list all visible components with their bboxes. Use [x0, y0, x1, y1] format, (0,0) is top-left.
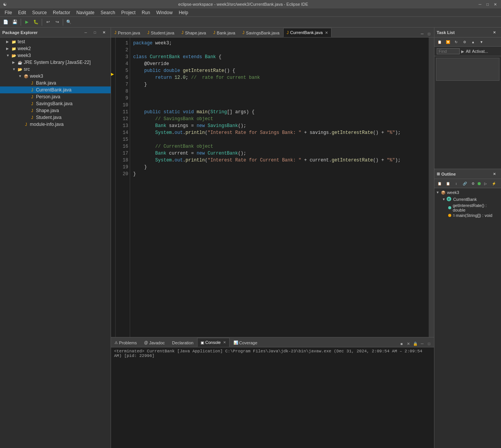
code-editor[interactable]: ▶ 1 2 3 4 5 6: [111, 37, 434, 337]
outline-item-main[interactable]: S main(String[]) : void: [434, 213, 501, 218]
tree-arrow-week3pkg[interactable]: ▼: [18, 74, 23, 78]
outline-btn2[interactable]: 📋: [444, 179, 452, 188]
undo-button[interactable]: ↩: [44, 18, 52, 26]
outline-close[interactable]: ✕: [490, 170, 499, 178]
java-icon-bank: J: [29, 80, 35, 86]
editor-scrollbar[interactable]: [429, 37, 434, 337]
tab-currentbankjava[interactable]: J CurrentBank.java ✕: [283, 28, 331, 37]
task-new-btn[interactable]: 📋: [435, 38, 444, 46]
tree-arrow-jre[interactable]: ▶: [12, 60, 17, 64]
outline-btn1[interactable]: 📋: [435, 179, 444, 188]
tree-item-week3pkg[interactable]: ▼ 📦 week3: [0, 73, 111, 80]
tree-item-studentjava[interactable]: ▶ J Student.java: [0, 114, 111, 121]
task-activate-label[interactable]: Activat...: [472, 49, 488, 54]
search-button[interactable]: 🔍: [65, 18, 73, 26]
task-filter-btn[interactable]: 🔽: [444, 38, 452, 46]
tree-item-week2[interactable]: ▶ 📁 week2: [0, 45, 111, 52]
task-find-input[interactable]: [437, 48, 460, 54]
tab-bankjava[interactable]: J Bank.java: [210, 28, 238, 37]
pe-close-button[interactable]: ✕: [100, 28, 108, 37]
menu-search[interactable]: Search: [98, 9, 118, 16]
task-down-btn[interactable]: ▼: [477, 38, 486, 46]
tab-maximize-btn[interactable]: □: [426, 30, 432, 37]
tree-item-week3[interactable]: ▼ 📂 week3: [0, 52, 111, 59]
outline-btn7[interactable]: ⚡: [490, 179, 498, 188]
task-list-close[interactable]: ✕: [490, 28, 499, 37]
tree-item-moduleinfo[interactable]: ▶ J module-info.java: [0, 121, 111, 128]
outline-item-getinterestrate[interactable]: getInterestRate() : double: [434, 203, 501, 213]
toolbar-separator-3: [63, 19, 63, 26]
line-numbers: 1 2 3 4 5 6 7 8 9 10 11 12 13 14 15 16 1: [116, 37, 130, 337]
bottom-minimize-btn[interactable]: ─: [419, 340, 426, 347]
outline-arrow-currentbank[interactable]: ▼: [442, 197, 446, 201]
pe-maximize-button[interactable]: □: [91, 28, 99, 37]
menu-window[interactable]: Window: [153, 9, 176, 16]
outline-item-currentbank[interactable]: ▼ C CurrentBank: [434, 196, 501, 203]
tab-close-currentbank[interactable]: ✕: [325, 31, 328, 35]
btab-problems[interactable]: ⚠ Problems: [111, 338, 140, 347]
save-button[interactable]: 💾: [11, 18, 19, 26]
debug-button[interactable]: 🐛: [32, 18, 40, 26]
bottom-maximize-btn[interactable]: □: [426, 340, 432, 347]
outline-btn5[interactable]: ⚙: [469, 179, 477, 188]
menu-source[interactable]: Source: [29, 9, 50, 16]
tab-personjava[interactable]: J Person.java: [111, 28, 144, 37]
outline-header: ⊞ Outline ✕: [434, 169, 501, 179]
editor-tab-bar: J Person.java J Student.java J Shape.jav…: [111, 28, 434, 37]
btab-console[interactable]: ▣ Console ✕: [197, 338, 229, 347]
minimize-button[interactable]: ─: [477, 2, 483, 7]
menu-run[interactable]: Run: [139, 9, 153, 16]
menu-help[interactable]: Help: [176, 9, 191, 16]
btab-javadoc[interactable]: @ Javadoc: [140, 338, 168, 347]
outline-arrow-week3[interactable]: ▼: [436, 191, 439, 194]
outline-item-week3[interactable]: ▼ 📦 week3: [434, 189, 501, 196]
task-find-arrow[interactable]: ▶: [461, 49, 464, 54]
new-button[interactable]: 📄: [2, 18, 10, 26]
tab-studentjava[interactable]: J Student.java: [144, 28, 178, 37]
tree-label-currentbankjava: CurrentBank.java: [36, 87, 72, 93]
menu-file[interactable]: File: [2, 9, 15, 16]
tree-label-test: test: [18, 39, 25, 44]
maximize-button[interactable]: □: [485, 2, 490, 7]
package-icon-week3: 📦: [23, 73, 29, 79]
close-button[interactable]: ✕: [493, 2, 498, 7]
code-content[interactable]: package week3; class CurrentBank extends…: [130, 37, 429, 337]
btab-coverage[interactable]: 📊 Coverage: [230, 338, 261, 347]
tree-item-personjava[interactable]: ▶ J Person.java: [0, 93, 111, 100]
pe-minimize-button[interactable]: ─: [82, 28, 90, 37]
run-button[interactable]: ▶: [23, 18, 31, 26]
tree-item-test[interactable]: ▶ 📁 test: [0, 38, 111, 45]
btab-close-console[interactable]: ✕: [223, 340, 226, 344]
task-up-btn[interactable]: ▲: [469, 38, 477, 46]
tab-controls: ─ □: [419, 30, 434, 37]
tree-item-savingsbankjava[interactable]: ▶ J SavingsBank.java: [0, 100, 111, 107]
tree-item-jre[interactable]: ▶ ☕ JRE System Library [JavaSE-22]: [0, 59, 111, 66]
tree-arrow-week2[interactable]: ▶: [6, 47, 11, 51]
menu-project[interactable]: Project: [118, 9, 139, 16]
tree-item-bankjava[interactable]: ▶ J Bank.java: [0, 80, 111, 86]
outline-btn3[interactable]: ↕: [452, 179, 460, 188]
tree-item-src[interactable]: ▼ 📂 src: [0, 66, 111, 73]
console-stop-btn[interactable]: ■: [398, 340, 405, 347]
task-settings-btn[interactable]: ⚙: [460, 38, 469, 46]
btab-declaration[interactable]: Declaration: [169, 338, 197, 347]
tree-arrow-week3[interactable]: ▼: [6, 54, 11, 57]
outline-btn6[interactable]: ▷: [481, 179, 490, 188]
tree-arrow-src[interactable]: ▼: [12, 67, 17, 71]
tree-item-shapejava[interactable]: ▶ J Shape.java: [0, 107, 111, 114]
task-all-label[interactable]: All: [466, 49, 470, 54]
tab-minimize-btn[interactable]: ─: [419, 30, 426, 37]
java-icon-person: J: [29, 94, 35, 100]
menu-refactor[interactable]: Refactor: [50, 9, 73, 16]
task-refresh-btn[interactable]: ↻: [452, 38, 460, 46]
menu-navigate[interactable]: Navigate: [73, 9, 97, 16]
tab-shapejava[interactable]: J Shape.java: [178, 28, 209, 37]
tree-item-currentbankjava[interactable]: ▶ J CurrentBank.java: [0, 86, 111, 93]
menu-edit[interactable]: Edit: [15, 9, 29, 16]
outline-btn4[interactable]: 🔗: [460, 179, 469, 188]
tree-arrow-test[interactable]: ▶: [6, 40, 11, 44]
tab-savingsbankjava[interactable]: J SavingsBank.java: [239, 28, 283, 37]
console-clear-btn[interactable]: ✕: [405, 340, 412, 347]
redo-button[interactable]: ↪: [53, 18, 61, 26]
console-lock-btn[interactable]: 🔒: [412, 340, 419, 347]
